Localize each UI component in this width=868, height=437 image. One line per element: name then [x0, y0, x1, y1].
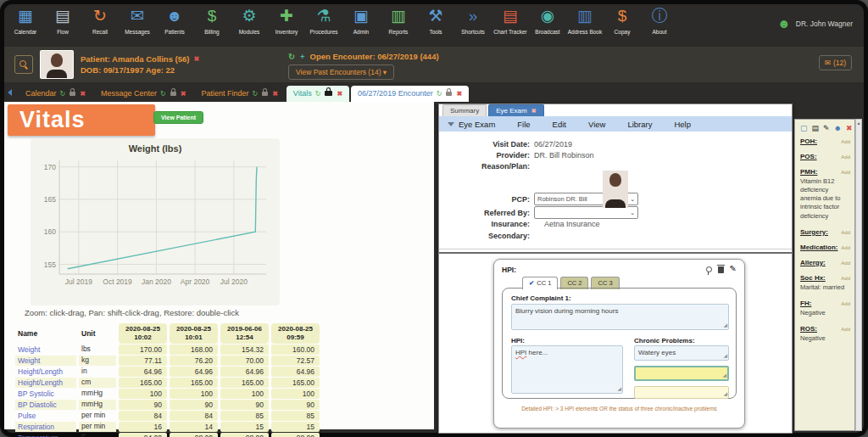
refresh-icon[interactable]: ↻	[437, 90, 442, 98]
vital-name-link[interactable]: Height/Length	[18, 367, 63, 376]
patient-name: Patient: Amanda Collins (56)	[81, 54, 189, 64]
vitals-panel: Vitals View Patient Weight (lbs) 1551601…	[4, 102, 434, 429]
encounter-tab-summary[interactable]: Summary	[442, 104, 487, 116]
refresh-encounter-icon[interactable]: ↻	[288, 52, 295, 61]
patient-export-icon[interactable]: ☻	[834, 124, 842, 132]
add-link[interactable]: Add	[841, 261, 850, 266]
stack-icon[interactable]: ▤	[812, 124, 820, 132]
trash-icon[interactable]	[718, 266, 724, 273]
cc-tab-1[interactable]: ✔CC 1	[522, 277, 558, 289]
toolbar-item-chart-tracker[interactable]: ▤Chart Tracker	[492, 4, 529, 35]
add-link[interactable]: Add	[841, 154, 850, 160]
scroll-up-icon: ▲	[857, 120, 861, 126]
modules-icon: ⚙	[242, 6, 256, 28]
toolbar-item-copay[interactable]: $Copay	[604, 4, 641, 35]
vital-name-link[interactable]: BP Diastolic	[18, 401, 57, 409]
patient-search-button[interactable]	[14, 55, 33, 74]
toolbar-item-modules[interactable]: ⚙Modules	[231, 4, 268, 35]
document-icon[interactable]: ▢	[800, 124, 808, 132]
tab-06-27-2019-encounter[interactable]: 06/27/2019 Encounter↻✖	[351, 86, 469, 102]
vital-name-link[interactable]: Weight	[18, 356, 40, 365]
refresh-icon[interactable]: ↻	[60, 90, 66, 98]
vital-value-cell: 90	[170, 400, 218, 410]
toolbar-item-tools[interactable]: ⚒Tools	[417, 4, 454, 35]
add-link[interactable]: Add	[841, 327, 850, 332]
view-patient-button[interactable]: View Patient	[153, 111, 203, 124]
add-link[interactable]: Add	[841, 170, 850, 175]
toolbar-item-broadcast[interactable]: ◉Broadcast	[529, 4, 566, 35]
vital-name-link[interactable]: BP Systolic	[18, 389, 54, 398]
chronic-problem-textarea-1[interactable]: Watery eyes◢	[634, 345, 729, 361]
toolbar-item-address-book[interactable]: ▥Address Book	[566, 4, 604, 35]
vital-name-link[interactable]: Weight	[18, 345, 40, 354]
pencil-icon[interactable]: ✎	[823, 124, 830, 132]
toolbar-item-flow[interactable]: ▤Flow	[44, 4, 81, 35]
close-patient-icon[interactable]: ✖	[193, 55, 199, 63]
close-tab-icon[interactable]: ✖	[531, 108, 537, 115]
vital-value-cell: 14	[170, 422, 218, 432]
tab-patient-finder[interactable]: Patient Finder↻✖	[194, 86, 284, 102]
add-link[interactable]: Add	[841, 139, 850, 144]
menu-item-view[interactable]: View	[588, 120, 605, 129]
toolbar-item-admin[interactable]: ▣Admin	[342, 4, 380, 35]
billing-icon: $	[208, 6, 217, 28]
toolbar-item-recall[interactable]: ↻Recall	[81, 4, 119, 35]
close-tab-icon[interactable]: ✖	[272, 90, 278, 98]
vital-name-link[interactable]: Height/Length	[18, 378, 63, 387]
chronic-problem-textarea-3[interactable]: ◢	[634, 386, 729, 399]
close-tab-icon[interactable]: ✖	[80, 90, 86, 98]
copay-icon: $	[618, 6, 627, 28]
toolbar-item-shortcuts[interactable]: »Shortcuts	[454, 4, 492, 35]
referred-by-select[interactable]: ⌄	[534, 206, 638, 219]
pencil-icon[interactable]: ✎	[730, 265, 737, 273]
toolbar-item-billing[interactable]: $Billing	[193, 4, 231, 35]
tab-vitals[interactable]: Vitals↻✖	[287, 86, 349, 102]
menu-item-file[interactable]: File	[517, 120, 530, 129]
menu-item-library[interactable]: Library	[627, 120, 652, 129]
messages-count-button[interactable]: ✉ (12)	[819, 55, 852, 70]
vital-unit-cell: kg	[79, 356, 116, 366]
add-link[interactable]: Add	[841, 230, 850, 235]
close-tab-icon[interactable]: ✖	[456, 90, 462, 98]
vital-value-cell: 170.00	[119, 345, 167, 355]
encounter-tab-eye-exam[interactable]: Eye Exam✖	[488, 104, 543, 116]
close-tab-icon[interactable]: ✖	[181, 90, 186, 98]
vital-name-link[interactable]: Respiration	[18, 423, 54, 431]
add-link[interactable]: Add	[841, 301, 850, 306]
menu-item-edit[interactable]: Edit	[553, 120, 566, 129]
toolbar-item-reports[interactable]: ▥Reports	[380, 4, 417, 35]
view-past-encounters-button[interactable]: View Past Encounters (14) ▾	[288, 64, 394, 80]
current-user[interactable]: ☻ DR. John Wagner	[777, 16, 853, 31]
add-link[interactable]: Add	[841, 276, 850, 281]
chronic-problem-textarea-2[interactable]: ◢	[634, 366, 729, 381]
hpi-textarea[interactable]: HPI here...◢	[511, 345, 623, 394]
menu-item-eye exam[interactable]: Eye Exam	[448, 120, 495, 129]
toolbar-item-procedures[interactable]: ⚗Procedures	[305, 4, 342, 35]
cc1-textarea[interactable]: Blurry vision during morning hours◢	[511, 304, 729, 330]
pin-icon[interactable]	[706, 266, 712, 272]
add-encounter-icon[interactable]: +	[300, 52, 305, 61]
toolbar-item-inventory[interactable]: ✚Inventory	[268, 4, 305, 35]
toolbar-item-label: Billing	[204, 29, 219, 35]
vital-name-link[interactable]: Pulse	[18, 412, 36, 420]
refresh-icon[interactable]: ↻	[315, 90, 321, 98]
refresh-icon[interactable]: ↻	[160, 90, 166, 98]
close-icon[interactable]: ✖	[846, 124, 853, 132]
toolbar-item-about[interactable]: ⓘAbout	[641, 4, 678, 35]
toolbar-item-calendar[interactable]: ▦Calendar	[7, 4, 44, 35]
collapse-tabs-icon[interactable]	[8, 89, 12, 96]
vital-value-cell: 15	[271, 422, 320, 432]
menu-item-help[interactable]: Help	[674, 120, 691, 129]
close-tab-icon[interactable]: ✖	[337, 90, 342, 98]
info-row-label: Visit Date:	[449, 140, 534, 148]
sidebar-scrollbar[interactable]: ▲	[855, 119, 862, 431]
add-link[interactable]: Add	[841, 245, 850, 250]
toolbar-item-messages[interactable]: ✉Messages	[119, 4, 156, 35]
vital-name-link[interactable]: Temperature	[18, 434, 58, 437]
tab-calendar[interactable]: Calendar↻✖	[19, 86, 92, 102]
tab-message-center[interactable]: Message Center↻✖	[94, 86, 192, 102]
cc-tab-label: CC 1	[537, 279, 551, 287]
weight-chart[interactable]: 155160165170Jul 2019Oct 2019Jan 2020Apr …	[31, 154, 276, 300]
refresh-icon[interactable]: ↻	[252, 90, 258, 98]
toolbar-item-patients[interactable]: ☻Patients	[156, 4, 193, 35]
